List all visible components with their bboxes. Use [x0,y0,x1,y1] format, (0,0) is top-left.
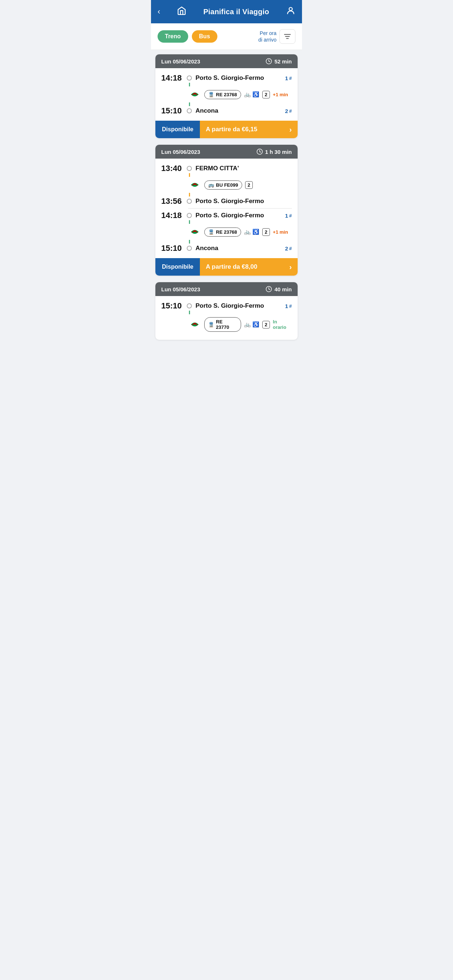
journey-body-3: 15:10 Porto S. Giorgio-Fermo 1 # 🚆 [155,296,298,340]
bike-icon-1: 🚲 [244,91,251,98]
departure-station-1: Porto S. Giorgio-Fermo [196,75,281,82]
class-badge-1: 2 [262,91,270,99]
service-icons-2: 🚲 ♿ [244,229,259,235]
arrival-dot-1 [187,108,192,113]
treno-tab[interactable]: Treno [158,30,188,43]
bus-departure-time: 13:40 [161,164,183,173]
bus-departure-dot [187,166,192,171]
bike-icon-2: 🚲 [244,229,251,235]
footer-arrow-2: › [289,263,292,271]
journey-duration-3: 40 min [266,286,292,293]
journey-card-3: Lun 05/06/2023 40 min 15:10 Porto S. Gio… [155,282,298,340]
arrival-dot-2 [187,246,192,251]
wheelchair-icon-3: ♿ [252,321,259,328]
footer-price-1[interactable]: A partire da €6,15 › [200,121,298,138]
train-departure-station-2: Porto S. Giorgio-Fermo [196,212,281,219]
page-title: Pianifica il Viaggio [204,8,269,16]
train-code-2: RE 23768 [216,229,237,235]
footer-status-1: Disponibile [155,121,200,138]
app-header: ‹ Pianifica il Viaggio [151,0,302,23]
journey-body-2: 13:40 FERMO CITTA' 🚌 BU FE099 [155,159,298,258]
journey-duration-2: 1 h 30 min [257,148,292,155]
trenitalia-logo-2 [188,180,201,190]
transport-tabs: Treno Bus [158,30,217,43]
departure-row-3: 15:10 Porto S. Giorgio-Fermo 1 # [161,301,292,310]
departure-platform-3: 1 # [285,303,292,309]
train-badge-3: 🚆 RE 23770 [204,317,241,332]
transfer-time: 13:56 [161,197,183,206]
journey-header-1: Lun 05/06/2023 52 min [155,54,298,68]
back-button[interactable]: ‹ [158,7,160,16]
ontime-text-3: In orario [273,319,292,330]
departure-time-3: 15:10 [161,301,183,310]
departure-time-1: 14:18 [161,73,183,83]
footer-price-text-2: A partire da €8,00 [206,263,257,270]
journey-card-2: Lun 05/06/2023 1 h 30 min 13:40 FERMO CI… [155,145,298,275]
wheelchair-icon-2: ♿ [252,229,259,235]
journey-footer-2[interactable]: Disponibile A partire da €8,00 › [155,258,298,275]
train-departure-platform-2: 1 # [285,213,292,219]
journey-list: Lun 05/06/2023 52 min 14:18 Porto S. Gio… [151,50,302,344]
bike-icon-3: 🚲 [244,321,251,328]
arrival-platform-1: 2 # [285,108,292,114]
arrival-station-2: Ancona [196,245,281,252]
arrival-station-1: Ancona [196,107,281,115]
departure-dot-3 [187,303,192,309]
train-icon-1: 🚆 [208,92,214,97]
bus-train-row: 🚌 BU FE099 2 [161,177,292,193]
train-departure-time-2: 14:18 [161,211,183,220]
bus-departure-station: FERMO CITTA' [196,165,292,172]
journey-card-1: Lun 05/06/2023 52 min 14:18 Porto S. Gio… [155,54,298,138]
footer-price-text-1: A partire da €6,15 [206,126,257,133]
arrival-row-2: 15:10 Ancona 2 # [161,243,292,253]
bus-class-badge: 2 [245,181,253,189]
svg-point-0 [289,7,292,11]
footer-price-2[interactable]: A partire da €8,00 › [200,258,298,275]
departure-station-3: Porto S. Giorgio-Fermo [196,302,281,310]
train-badge-2: 🚆 RE 23768 [204,228,241,237]
bus-departure-row: 13:40 FERMO CITTA' [161,164,292,173]
footer-arrow-1: › [289,126,292,134]
journey-footer-1[interactable]: Disponibile A partire da €6,15 › [155,121,298,138]
platform-icon-a1: # [289,108,292,114]
departure-platform-1: 1 # [285,75,292,81]
home-button[interactable] [177,6,187,18]
footer-status-2: Disponibile [155,258,200,275]
class-badge-3: 2 [262,321,270,328]
user-button[interactable] [286,6,295,18]
train-row-3: 🚆 RE 23770 🚲 ♿ 2 In orario [161,314,292,335]
train-code-1: RE 23768 [216,92,237,97]
journey-date-2: Lun 05/06/2023 [161,149,200,155]
filter-bar: Treno Bus Per oradi arrivo [151,23,302,50]
journey-duration-1: 52 min [266,58,292,65]
journey-date-1: Lun 05/06/2023 [161,58,200,65]
bus-icon: 🚌 [208,182,214,188]
bus-tab[interactable]: Bus [192,30,217,43]
arrival-time-2: 15:10 [161,243,183,253]
train-icon-2: 🚆 [208,229,214,235]
arrival-row-1: 15:10 Ancona 2 # [161,106,292,116]
service-icons-3: 🚲 ♿ [244,321,259,328]
train-code-3: RE 23770 [216,319,237,330]
train-row-2: 🚆 RE 23768 🚲 ♿ 2 +1 min [161,224,292,240]
journey-body-1: 14:18 Porto S. Giorgio-Fermo 1 # [155,68,298,121]
delay-text-1: +1 min [273,92,288,97]
train-departure-row-2: 14:18 Porto S. Giorgio-Fermo 1 # [161,211,292,220]
class-badge-2: 2 [262,228,270,236]
sort-button[interactable] [279,29,295,44]
train-badge-1: 🚆 RE 23768 [204,90,241,99]
platform-icon-1: # [289,75,292,81]
bus-badge: 🚌 BU FE099 [204,180,242,189]
departure-dot-1 [187,75,192,81]
train-departure-dot-2 [187,213,192,218]
journey-date-3: Lun 05/06/2023 [161,286,200,293]
leg-divider [188,208,292,208]
trenitalia-logo-1 [188,89,201,100]
arrival-time-1: 15:10 [161,106,183,116]
wheelchair-icon-1: ♿ [252,91,259,98]
train-icon-3: 🚆 [208,322,214,328]
delay-text-2: +1 min [273,229,288,235]
sort-control[interactable]: Per oradi arrivo [258,29,295,44]
service-icons-1: 🚲 ♿ [244,91,259,98]
arrival-platform-2: 2 # [285,245,292,251]
